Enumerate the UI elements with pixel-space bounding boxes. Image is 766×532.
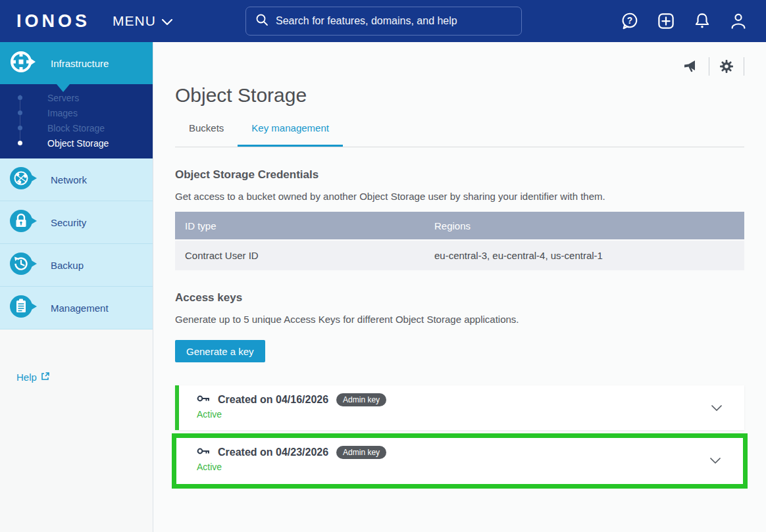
chevron-down-icon[interactable] bbox=[711, 402, 722, 414]
gear-icon[interactable] bbox=[719, 59, 734, 74]
search-input[interactable] bbox=[276, 15, 499, 27]
sidebar-subitem-object-storage[interactable]: Object Storage bbox=[0, 135, 153, 151]
divider bbox=[744, 57, 744, 76]
sidebar-subitem-servers[interactable]: Servers bbox=[0, 90, 153, 105]
create-icon[interactable] bbox=[655, 11, 677, 32]
access-key-card-1[interactable]: Created on 04/16/2026 Admin key Active bbox=[175, 385, 744, 430]
table-row: Contract User ID eu-central-3, eu-centra… bbox=[175, 241, 744, 270]
tab-buckets[interactable]: Buckets bbox=[175, 122, 238, 147]
sidebar-subitem-block-storage[interactable]: Block Storage bbox=[0, 120, 153, 135]
admin-key-badge: Admin key bbox=[336, 393, 386, 406]
sidebar-item-backup[interactable]: Backup bbox=[0, 244, 153, 287]
sidebar-item-label: Security bbox=[51, 217, 86, 228]
bullet-icon bbox=[18, 110, 22, 115]
account-icon[interactable] bbox=[728, 11, 749, 32]
bullet-icon bbox=[18, 95, 22, 100]
key-icon bbox=[197, 446, 210, 459]
credentials-description: Get access to a bucket owned by another … bbox=[175, 191, 744, 202]
admin-key-badge: Admin key bbox=[336, 446, 386, 459]
page-actions bbox=[175, 58, 744, 75]
help-label: Help bbox=[16, 372, 37, 383]
infrastructure-submenu: Servers Images Block Storage Object Stor… bbox=[0, 84, 153, 158]
topbar-icons: ? bbox=[619, 11, 749, 32]
sidebar-item-label: Network bbox=[51, 174, 87, 185]
sidebar-item-security[interactable]: Security bbox=[0, 201, 153, 244]
key-status: Active bbox=[197, 409, 744, 420]
sidebar-item-label: Management bbox=[51, 302, 109, 314]
sidebar-item-network[interactable]: Network bbox=[0, 158, 153, 201]
key-created-label: Created on 04/16/2026 bbox=[218, 394, 328, 406]
infrastructure-icon bbox=[9, 50, 38, 76]
column-header-regions: Regions bbox=[424, 220, 744, 231]
tab-bar: Buckets Key management bbox=[175, 122, 744, 147]
bullet-icon bbox=[18, 141, 22, 145]
chevron-down-icon[interactable] bbox=[710, 455, 721, 467]
subitem-label: Images bbox=[47, 108, 78, 118]
help-link[interactable]: Help bbox=[16, 372, 50, 383]
menu-label: MENU bbox=[113, 13, 156, 29]
access-keys-list: Created on 04/16/2026 Admin key Active C… bbox=[175, 385, 744, 489]
chevron-down-icon bbox=[162, 13, 172, 29]
access-keys-description: Generate up to 5 unique Access Keys for … bbox=[175, 314, 744, 325]
sidebar-item-management[interactable]: Management bbox=[0, 287, 153, 329]
svg-text:?: ? bbox=[627, 16, 632, 26]
main-content: Object Storage Buckets Key management Ob… bbox=[153, 42, 766, 532]
credentials-heading: Object Storage Credentials bbox=[175, 168, 744, 181]
access-key-card-2[interactable]: Created on 04/23/2026 Admin key Active bbox=[176, 438, 743, 484]
sidebar-item-infrastructure[interactable]: Infrastructure bbox=[0, 42, 153, 84]
cell-id-type: Contract User ID bbox=[175, 250, 424, 261]
page-title: Object Storage bbox=[175, 84, 744, 107]
app-root: IONOS MENU ? bbox=[0, 0, 766, 532]
tab-key-management[interactable]: Key management bbox=[238, 122, 343, 147]
key-icon bbox=[197, 393, 210, 406]
column-header-id-type: ID type bbox=[175, 220, 424, 231]
subitem-label: Servers bbox=[47, 93, 79, 103]
divider bbox=[709, 57, 709, 76]
subitem-label: Block Storage bbox=[47, 123, 105, 133]
sidebar-item-label: Backup bbox=[51, 260, 84, 271]
sidebar-item-label: Infrastructure bbox=[51, 58, 109, 69]
credentials-table: ID type Regions Contract User ID eu-cent… bbox=[175, 212, 744, 270]
ionos-logo[interactable]: IONOS bbox=[16, 11, 90, 32]
menu-button[interactable]: MENU bbox=[113, 13, 172, 29]
table-header-row: ID type Regions bbox=[175, 212, 744, 239]
network-icon bbox=[9, 166, 38, 193]
external-link-icon bbox=[41, 372, 50, 383]
generate-key-button[interactable]: Generate a key bbox=[175, 340, 265, 362]
notifications-icon[interactable] bbox=[692, 11, 713, 32]
key-created-label: Created on 04/23/2026 bbox=[218, 447, 328, 458]
topbar: IONOS MENU ? bbox=[0, 0, 766, 42]
sidebar: Infrastructure Servers Images Block Stor… bbox=[0, 42, 153, 532]
subitem-label: Object Storage bbox=[47, 138, 109, 149]
search-icon bbox=[255, 13, 268, 29]
access-keys-heading: Access keys bbox=[175, 291, 744, 304]
management-icon bbox=[9, 295, 38, 321]
bullet-icon bbox=[18, 126, 22, 130]
sidebar-subitem-images[interactable]: Images bbox=[0, 105, 153, 120]
search-bar[interactable] bbox=[245, 7, 522, 36]
sidebar-footer: Help bbox=[0, 329, 153, 383]
megaphone-icon[interactable] bbox=[682, 59, 700, 74]
highlight-annotation-box: Created on 04/23/2026 Admin key Active bbox=[172, 433, 748, 489]
key-status: Active bbox=[197, 462, 743, 472]
backup-icon bbox=[9, 252, 38, 278]
security-icon bbox=[9, 209, 38, 235]
help-icon[interactable]: ? bbox=[619, 11, 640, 32]
cell-regions: eu-central-3, eu-central-4, us-central-1 bbox=[424, 250, 744, 261]
